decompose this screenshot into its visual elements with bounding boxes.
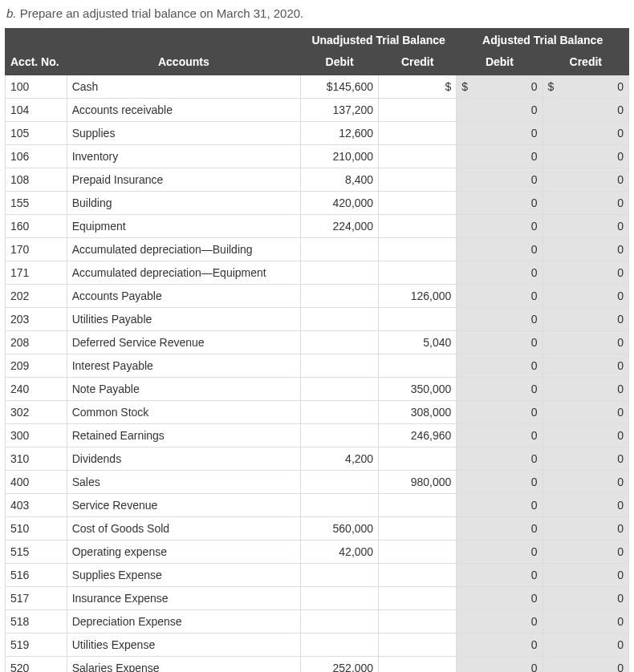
- adj-debit-cell[interactable]: 0: [457, 610, 543, 634]
- adj-credit-cell[interactable]: 0: [543, 657, 628, 673]
- adj-credit-cell[interactable]: 0: [543, 238, 628, 261]
- table-row: 202Accounts Payable126,00000: [6, 285, 629, 308]
- adj-credit-cell[interactable]: 0: [543, 331, 628, 354]
- unadj-credit-cell: [379, 122, 457, 145]
- adj-credit-cell[interactable]: 0: [543, 261, 628, 285]
- unadj-debit-cell: [301, 494, 379, 517]
- adj-credit-cell[interactable]: 0: [543, 192, 628, 215]
- adj-debit-cell[interactable]: 0: [457, 564, 543, 587]
- table-row: 517Insurance Expense00: [6, 587, 629, 610]
- account-name-cell: Accounts Payable: [67, 285, 300, 308]
- unadj-debit-cell: 8,400: [301, 168, 379, 192]
- adj-credit-cell[interactable]: 0: [543, 168, 628, 192]
- adj-credit-cell[interactable]: 0: [543, 424, 628, 447]
- adj-credit-cell[interactable]: 0: [543, 587, 628, 610]
- table-row: 518Depreciation Expense00: [6, 610, 629, 634]
- adj-credit-cell[interactable]: 0: [543, 215, 628, 238]
- adj-debit-cell[interactable]: 0: [457, 99, 543, 122]
- account-name-cell: Service Revenue: [67, 494, 300, 517]
- question-prompt: b. Prepare an adjusted trial balance on …: [6, 6, 629, 20]
- adj-debit-cell[interactable]: 0: [457, 540, 543, 564]
- unadj-credit-cell: 350,000: [379, 378, 457, 401]
- adj-credit-cell[interactable]: 0: [543, 145, 628, 168]
- header-adjusted: Adjusted Trial Balance: [457, 29, 629, 52]
- adj-credit-cell[interactable]: 0: [543, 99, 628, 122]
- adj-credit-cell[interactable]: $0: [543, 75, 628, 99]
- adj-debit-cell[interactable]: 0: [457, 634, 543, 657]
- adj-credit-cell[interactable]: 0: [543, 471, 628, 494]
- prompt-text: Prepare an adjusted trial balance on Mar…: [20, 6, 304, 20]
- table-row: 510Cost of Goods Sold560,00000: [6, 517, 629, 540]
- adj-debit-cell[interactable]: 0: [457, 308, 543, 331]
- unadj-credit-cell: [379, 192, 457, 215]
- account-name-cell: Operating expense: [67, 540, 300, 564]
- account-name-cell: Common Stock: [67, 401, 300, 424]
- account-name-cell: Interest Payable: [67, 354, 300, 378]
- unadj-debit-cell: [301, 634, 379, 657]
- unadj-credit-cell: [379, 238, 457, 261]
- adj-debit-cell[interactable]: $0: [457, 75, 543, 99]
- unadj-debit-cell: 210,000: [301, 145, 379, 168]
- adj-credit-cell[interactable]: 0: [543, 378, 628, 401]
- header-accounts: Accounts: [67, 52, 300, 75]
- table-row: 403Service Revenue00: [6, 494, 629, 517]
- unadj-credit-cell: [379, 610, 457, 634]
- header-adj-credit: Credit: [543, 52, 628, 75]
- acct-no-cell: 203: [6, 308, 67, 331]
- account-name-cell: Note Payable: [67, 378, 300, 401]
- unadj-debit-cell: [301, 610, 379, 634]
- adj-debit-cell[interactable]: 0: [457, 168, 543, 192]
- unadj-debit-cell: [301, 401, 379, 424]
- unadj-debit-cell: 4,200: [301, 447, 379, 471]
- table-row: 209Interest Payable00: [6, 354, 629, 378]
- adj-debit-cell[interactable]: 0: [457, 378, 543, 401]
- adj-debit-cell[interactable]: 0: [457, 587, 543, 610]
- adj-debit-cell[interactable]: 0: [457, 657, 543, 673]
- acct-no-cell: 510: [6, 517, 67, 540]
- adj-credit-cell[interactable]: 0: [543, 634, 628, 657]
- adj-debit-cell[interactable]: 0: [457, 331, 543, 354]
- adj-debit-cell[interactable]: 0: [457, 354, 543, 378]
- adj-debit-cell[interactable]: 0: [457, 238, 543, 261]
- header-unadj-debit: Debit: [301, 52, 379, 75]
- header-unadjusted: Unadjusted Trial Balance: [301, 29, 457, 52]
- acct-no-cell: 208: [6, 331, 67, 354]
- adj-debit-cell[interactable]: 0: [457, 517, 543, 540]
- account-name-cell: Cost of Goods Sold: [67, 517, 300, 540]
- account-name-cell: Utilities Payable: [67, 308, 300, 331]
- unadj-debit-cell: [301, 587, 379, 610]
- adj-credit-cell[interactable]: 0: [543, 401, 628, 424]
- unadj-credit-cell: [379, 99, 457, 122]
- account-name-cell: Equipment: [67, 215, 300, 238]
- adj-credit-cell[interactable]: 0: [543, 122, 628, 145]
- adj-debit-cell[interactable]: 0: [457, 261, 543, 285]
- adj-debit-cell[interactable]: 0: [457, 285, 543, 308]
- adj-debit-cell[interactable]: 0: [457, 401, 543, 424]
- adj-debit-cell[interactable]: 0: [457, 215, 543, 238]
- unadj-debit-cell: [301, 378, 379, 401]
- acct-no-cell: 160: [6, 215, 67, 238]
- adj-credit-cell[interactable]: 0: [543, 285, 628, 308]
- adj-debit-cell[interactable]: 0: [457, 447, 543, 471]
- adj-credit-cell[interactable]: 0: [543, 610, 628, 634]
- adj-debit-cell[interactable]: 0: [457, 192, 543, 215]
- adj-credit-cell[interactable]: 0: [543, 494, 628, 517]
- account-name-cell: Supplies: [67, 122, 300, 145]
- adj-credit-cell[interactable]: 0: [543, 564, 628, 587]
- adj-debit-cell[interactable]: 0: [457, 424, 543, 447]
- unadj-credit-cell: [379, 261, 457, 285]
- acct-no-cell: 516: [6, 564, 67, 587]
- adj-debit-cell[interactable]: 0: [457, 494, 543, 517]
- adj-credit-cell[interactable]: 0: [543, 354, 628, 378]
- adj-debit-cell[interactable]: 0: [457, 471, 543, 494]
- adj-credit-cell[interactable]: 0: [543, 517, 628, 540]
- unadj-debit-cell: [301, 424, 379, 447]
- adj-credit-cell[interactable]: 0: [543, 308, 628, 331]
- table-row: 208Deferred Service Revenue5,04000: [6, 331, 629, 354]
- adj-debit-cell[interactable]: 0: [457, 145, 543, 168]
- unadj-credit-cell: [379, 354, 457, 378]
- adj-credit-cell[interactable]: 0: [543, 540, 628, 564]
- adj-credit-cell[interactable]: 0: [543, 447, 628, 471]
- adj-debit-cell[interactable]: 0: [457, 122, 543, 145]
- acct-no-cell: 403: [6, 494, 67, 517]
